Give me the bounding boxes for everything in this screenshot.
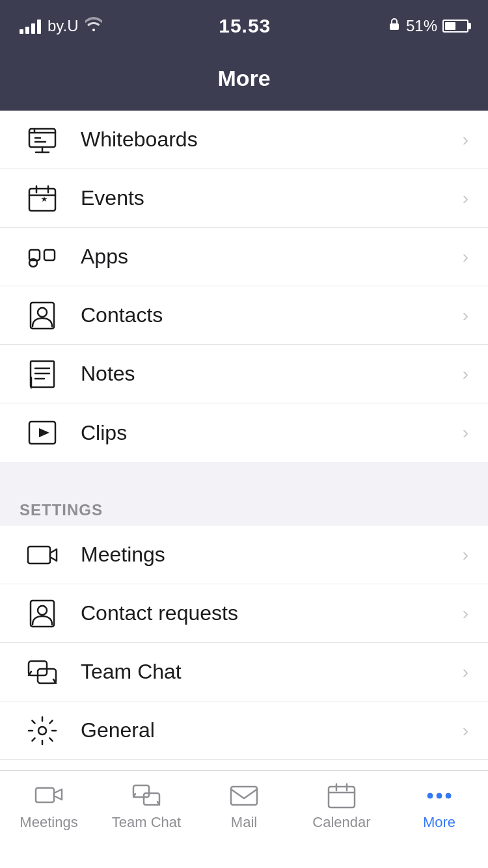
tab-more[interactable]: More: [390, 781, 488, 831]
wifi-icon: [85, 17, 102, 35]
carrier-label: by.U: [47, 17, 79, 35]
menu-label-contact-requests: Contact requests: [81, 601, 463, 625]
nav-header: More: [0, 52, 488, 111]
status-bar: by.U 15.53 51%: [0, 0, 488, 52]
svg-marker-23: [39, 428, 49, 437]
tab-calendar[interactable]: Calendar: [293, 781, 390, 831]
whiteboard-icon: [20, 117, 65, 163]
chevron-icon-general: ›: [463, 720, 468, 741]
meetings-tab-icon: [32, 781, 66, 810]
svg-point-44: [437, 793, 442, 798]
tab-mail[interactable]: Mail: [195, 781, 293, 831]
svg-rect-38: [231, 787, 257, 805]
menu-label-clips: Clips: [81, 421, 463, 445]
menu-item-team-chat[interactable]: Team Chat ›: [0, 643, 488, 701]
menu-item-clips[interactable]: Clips ›: [0, 403, 488, 462]
menu-item-meetings[interactable]: Meetings ›: [0, 526, 488, 584]
menu-item-contacts[interactable]: Contacts ›: [0, 286, 488, 345]
tab-meetings[interactable]: Meetings: [0, 781, 98, 831]
chevron-icon-contact-requests: ›: [463, 603, 468, 624]
tab-team-chat[interactable]: Team Chat: [98, 781, 195, 831]
svg-rect-24: [28, 547, 50, 563]
status-time: 15.53: [219, 15, 271, 37]
more-tab-icon: [422, 781, 456, 810]
svg-point-26: [38, 606, 47, 615]
svg-point-29: [38, 727, 46, 735]
svg-point-43: [427, 793, 433, 798]
contact-requests-icon: [20, 591, 65, 636]
chevron-icon-meetings: ›: [463, 545, 468, 565]
contacts-icon: [20, 293, 65, 338]
tools-section: Whiteboards › Events ›: [0, 111, 488, 462]
svg-point-45: [446, 793, 451, 798]
apps-icon: [20, 234, 65, 280]
tab-label-meetings: Meetings: [20, 814, 77, 831]
svg-rect-36: [133, 785, 149, 797]
svg-rect-8: [29, 189, 55, 211]
team-chat-tab-icon: [129, 781, 163, 810]
chevron-icon-team-chat: ›: [463, 662, 468, 683]
tab-label-mail: Mail: [231, 814, 257, 831]
svg-rect-25: [31, 601, 54, 627]
chevron-icon-apps: ›: [463, 247, 468, 267]
svg-rect-39: [329, 787, 355, 807]
menu-label-whiteboards: Whiteboards: [81, 128, 463, 152]
menu-label-notes: Notes: [81, 362, 463, 386]
chevron-icon-clips: ›: [463, 422, 468, 443]
menu-item-general[interactable]: General ›: [0, 701, 488, 760]
svg-point-16: [38, 308, 47, 317]
page-content: Whiteboards › Events ›: [0, 111, 488, 868]
signal-bars-icon: [20, 18, 41, 34]
svg-rect-13: [44, 250, 55, 260]
menu-item-contact-requests[interactable]: Contact requests ›: [0, 584, 488, 643]
settings-section-header: SETTINGS: [0, 488, 488, 526]
svg-rect-1: [29, 129, 55, 147]
events-icon: [20, 176, 65, 221]
meetings-icon: [20, 532, 65, 578]
page-title: More: [217, 66, 270, 91]
menu-label-contacts: Contacts: [81, 303, 463, 327]
tab-bar: Meetings Team Chat Mail: [0, 770, 488, 868]
menu-label-general: General: [81, 718, 463, 742]
tab-label-more: More: [423, 814, 455, 831]
menu-item-apps[interactable]: Apps ›: [0, 228, 488, 286]
menu-label-meetings: Meetings: [81, 543, 463, 567]
svg-rect-15: [31, 303, 54, 329]
chevron-icon-notes: ›: [463, 364, 468, 385]
status-right: 51%: [388, 17, 468, 35]
svg-rect-35: [36, 788, 54, 802]
chevron-icon-events: ›: [463, 188, 468, 209]
general-icon: [20, 708, 65, 753]
menu-item-notes[interactable]: Notes ›: [0, 345, 488, 403]
status-left: by.U: [20, 17, 102, 35]
menu-item-events[interactable]: Events ›: [0, 169, 488, 228]
chevron-icon-contacts: ›: [463, 305, 468, 326]
menu-label-events: Events: [81, 186, 463, 210]
svg-rect-0: [390, 23, 399, 30]
battery-percent: 51%: [406, 17, 437, 35]
team-chat-icon: [20, 649, 65, 695]
clips-icon: [20, 410, 65, 455]
chevron-icon-whiteboards: ›: [463, 129, 468, 150]
menu-label-team-chat: Team Chat: [81, 660, 463, 684]
tab-label-calendar: Calendar: [312, 814, 370, 831]
battery-icon: [442, 20, 468, 33]
lock-icon: [388, 17, 401, 35]
svg-rect-37: [144, 793, 159, 805]
menu-label-apps: Apps: [81, 245, 463, 269]
tab-label-team-chat: Team Chat: [112, 814, 181, 831]
mail-tab-icon: [227, 781, 261, 810]
notes-icon: [20, 351, 65, 397]
menu-item-whiteboards[interactable]: Whiteboards ›: [0, 111, 488, 169]
calendar-tab-icon: [325, 781, 359, 810]
